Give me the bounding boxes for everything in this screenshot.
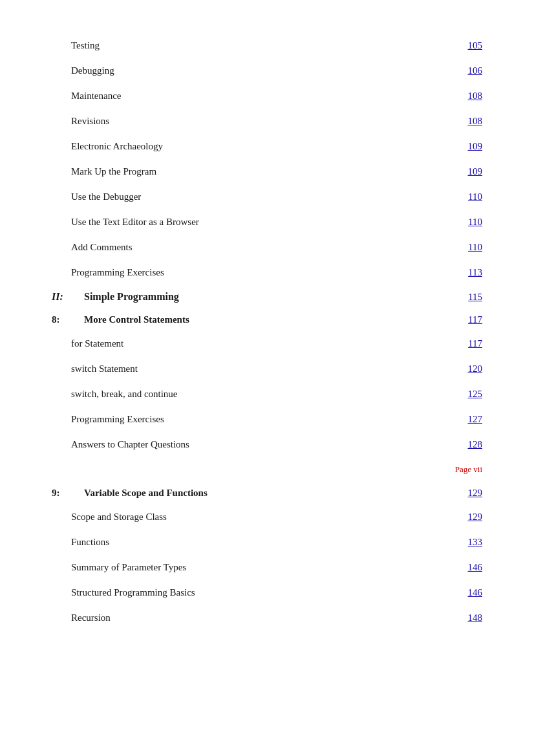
part-II-page[interactable]: 115 (456, 292, 482, 303)
chapter-8-title: More Control Statements (84, 314, 456, 325)
entry-page-add-comments[interactable]: 110 (456, 241, 482, 254)
chapter-9-num: 9: (52, 488, 84, 499)
entry-text-recursion: Recursion (52, 611, 456, 625)
entry-text-for-statement: for Statement (52, 337, 456, 351)
chapter-9-title: Variable Scope and Functions (84, 488, 456, 499)
entry-text-add-comments: Add Comments (52, 241, 456, 254)
entry-text-debugging: Debugging (52, 64, 456, 78)
entry-page-maintenance[interactable]: 108 (456, 89, 482, 103)
toc-entry-scope-storage: Scope and Storage Class 129 (52, 510, 482, 524)
part-II-row: II: Simple Programming 115 (52, 291, 482, 303)
toc-entry-structured-programming: Structured Programming Basics 146 (52, 586, 482, 599)
toc-entry-summary-param-types: Summary of Parameter Types 146 (52, 561, 482, 574)
entry-page-programming-exercises-top[interactable]: 113 (456, 266, 482, 279)
toc-entry-testing: Testing 105 (52, 39, 482, 52)
entry-page-switch-statement[interactable]: 120 (456, 362, 482, 376)
entry-text-testing: Testing (52, 39, 456, 52)
entry-text-electronic-archaeology: Electronic Archaeology (52, 140, 456, 153)
page-label: Page vii (52, 464, 482, 475)
toc-entry-programming-exercises-ch8: Programming Exercises 127 (52, 413, 482, 426)
toc-entry-mark-up: Mark Up the Program 109 (52, 165, 482, 178)
toc-entry-switch-break-continue: switch, break, and continue 125 (52, 387, 482, 401)
toc-section-top: Testing 105 Debugging 106 Maintenance 10… (52, 39, 482, 279)
entry-text-answers-ch8: Answers to Chapter Questions (52, 438, 456, 451)
entry-page-debugging[interactable]: 106 (456, 64, 482, 78)
entry-page-revisions[interactable]: 108 (456, 114, 482, 128)
entry-page-for-statement[interactable]: 117 (456, 337, 482, 351)
part-II-title: Simple Programming (84, 291, 456, 303)
entry-page-programming-exercises-ch8[interactable]: 127 (456, 413, 482, 426)
entry-page-testing[interactable]: 105 (456, 39, 482, 52)
entry-text-structured-programming: Structured Programming Basics (52, 586, 456, 599)
toc-entry-electronic-archaeology: Electronic Archaeology 109 (52, 140, 482, 153)
part-II-num: II: (52, 291, 84, 303)
entry-page-use-debugger[interactable]: 110 (456, 190, 482, 204)
entry-page-summary-param-types[interactable]: 146 (456, 561, 482, 574)
chapter-9-page[interactable]: 129 (456, 488, 482, 499)
entry-text-use-debugger: Use the Debugger (52, 190, 456, 204)
entry-text-switch-statement: switch Statement (52, 362, 456, 376)
entry-page-text-editor[interactable]: 110 (456, 215, 482, 229)
entry-page-structured-programming[interactable]: 146 (456, 586, 482, 599)
entry-page-functions[interactable]: 133 (456, 535, 482, 549)
toc-entry-maintenance: Maintenance 108 (52, 89, 482, 103)
chapter-8-row: 8: More Control Statements 117 (52, 314, 482, 325)
entry-text-revisions: Revisions (52, 114, 456, 128)
entry-text-switch-break-continue: switch, break, and continue (52, 387, 456, 401)
toc-section-ch8: for Statement 117 switch Statement 120 s… (52, 337, 482, 451)
toc-entry-functions: Functions 133 (52, 535, 482, 549)
entry-text-summary-param-types: Summary of Parameter Types (52, 561, 456, 574)
toc-entry-recursion: Recursion 148 (52, 611, 482, 625)
entry-text-maintenance: Maintenance (52, 89, 456, 103)
toc-entry-use-debugger: Use the Debugger 110 (52, 190, 482, 204)
entry-text-mark-up: Mark Up the Program (52, 165, 456, 178)
entry-text-text-editor: Use the Text Editor as a Browser (52, 215, 456, 229)
toc-entry-revisions: Revisions 108 (52, 114, 482, 128)
entry-page-answers-ch8[interactable]: 128 (456, 438, 482, 451)
entry-page-recursion[interactable]: 148 (456, 611, 482, 625)
toc-entry-switch-statement: switch Statement 120 (52, 362, 482, 376)
chapter-9-row: 9: Variable Scope and Functions 129 (52, 488, 482, 499)
entry-page-scope-storage[interactable]: 129 (456, 510, 482, 524)
toc-entry-text-editor: Use the Text Editor as a Browser 110 (52, 215, 482, 229)
entry-page-mark-up[interactable]: 109 (456, 165, 482, 178)
entry-page-electronic-archaeology[interactable]: 109 (456, 140, 482, 153)
toc-entry-programming-exercises-top: Programming Exercises 113 (52, 266, 482, 279)
toc-entry-answers-ch8: Answers to Chapter Questions 128 (52, 438, 482, 451)
entry-text-functions: Functions (52, 535, 456, 549)
entry-text-scope-storage: Scope and Storage Class (52, 510, 456, 524)
toc-section-ch9: Scope and Storage Class 129 Functions 13… (52, 510, 482, 625)
toc-entry-debugging: Debugging 106 (52, 64, 482, 78)
toc-entry-for-statement: for Statement 117 (52, 337, 482, 351)
chapter-8-page[interactable]: 117 (456, 314, 482, 325)
entry-page-switch-break-continue[interactable]: 125 (456, 387, 482, 401)
entry-text-programming-exercises-ch8: Programming Exercises (52, 413, 456, 426)
entry-text-programming-exercises-top: Programming Exercises (52, 266, 456, 279)
toc-entry-add-comments: Add Comments 110 (52, 241, 482, 254)
chapter-8-num: 8: (52, 314, 84, 325)
